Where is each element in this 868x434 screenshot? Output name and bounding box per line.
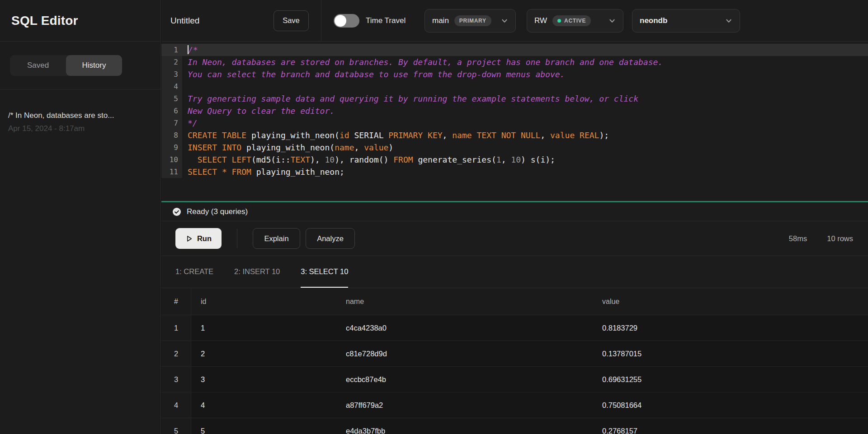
table-body: 11c4ca4238a00.818372922c81e728d9d0.13787…: [161, 315, 868, 434]
line-number: 5: [161, 93, 182, 105]
table-cell: c4ca4238a0: [336, 315, 593, 341]
line-number: 4: [161, 80, 182, 93]
table-cell: c81e728d9d: [336, 341, 593, 366]
sql-editor[interactable]: 1/*2In Neon, databases are stored on bra…: [161, 42, 868, 201]
query-name[interactable]: Untitled: [170, 16, 274, 26]
editor-line[interactable]: 11SELECT * FROM playing_with_neon;: [161, 166, 868, 178]
table-cell: eccbc87e4b: [336, 367, 593, 392]
branch-dropdown[interactable]: main PRIMARY: [425, 9, 516, 33]
time-travel-label: Time Travel: [366, 16, 425, 25]
line-number: 1: [161, 44, 182, 56]
explain-button[interactable]: Explain: [253, 228, 300, 249]
database-dropdown[interactable]: neondb: [632, 9, 740, 33]
main-panel: Untitled Save Time Travel main PRIMARY R…: [161, 0, 868, 434]
table-cell: 1: [191, 315, 336, 341]
table-cell: 0.75081664: [593, 392, 868, 418]
editor-line[interactable]: 8CREATE TABLE playing_with_neon(id SERIA…: [161, 129, 868, 141]
row-index-cell: 3: [161, 367, 191, 392]
editor-line[interactable]: 7*/: [161, 117, 868, 129]
table-header-row: #idnamevalue: [161, 288, 868, 315]
line-number: 7: [161, 117, 182, 129]
compute-name: RW: [534, 16, 547, 25]
code-line: SELECT * FROM playing_with_neon;: [182, 166, 868, 178]
table-cell: 0.8183729: [593, 315, 868, 341]
code-line: CREATE TABLE playing_with_neon(id SERIAL…: [182, 129, 868, 141]
table-row[interactable]: 44a87ff679a20.75081664: [161, 392, 868, 418]
table-cell: 2: [191, 341, 336, 366]
active-status-dot: [557, 19, 561, 23]
play-icon: [185, 235, 193, 243]
table-row[interactable]: 22c81e728d9d0.13787015: [161, 341, 868, 367]
editor-line[interactable]: 4: [161, 80, 868, 93]
time-travel-toggle[interactable]: [334, 14, 359, 28]
result-tab-3[interactable]: 3: SELECT 10: [301, 256, 348, 288]
table-row[interactable]: 55e4da3b7fbb0.2768157: [161, 418, 868, 434]
line-number: 6: [161, 105, 182, 117]
save-button[interactable]: Save: [274, 10, 309, 31]
table-cell: 0.69631255: [593, 367, 868, 392]
table-row[interactable]: 11c4ca4238a00.8183729: [161, 315, 868, 341]
row-index-cell: 1: [161, 315, 191, 341]
chevron-down-icon: [609, 17, 616, 24]
editor-line[interactable]: 6New Query to clear the editor.: [161, 105, 868, 117]
text-caret: [188, 45, 189, 54]
toggle-knob: [335, 15, 346, 27]
sidebar-tab-history[interactable]: History: [66, 55, 122, 76]
history-item[interactable]: /* In Neon, databases are sto... Apr 15,…: [8, 111, 152, 133]
row-index-cell: 4: [161, 392, 191, 418]
result-tab-1[interactable]: 1: CREATE: [175, 256, 213, 288]
editor-line[interactable]: 5Try generating sample data and querying…: [161, 93, 868, 105]
result-tabs: 1: CREATE2: INSERT 103: SELECT 10: [161, 256, 868, 288]
table-row[interactable]: 33eccbc87e4b0.69631255: [161, 367, 868, 392]
code-line: Try generating sample data and querying …: [182, 93, 868, 105]
query-row-count: 10 rows: [827, 234, 853, 243]
compute-active-label: ACTIVE: [564, 18, 586, 24]
table-cell: e4da3b7fbb: [336, 418, 593, 434]
run-button[interactable]: Run: [175, 228, 222, 249]
sidebar-tabs-section: SavedHistory: [0, 42, 160, 89]
editor-line[interactable]: 10 SELECT LEFT(md5(i::TEXT), 10), random…: [161, 154, 868, 166]
editor-line[interactable]: 2In Neon, databases are stored on branch…: [161, 56, 868, 68]
branch-name: main: [432, 16, 449, 25]
code-line: In Neon, databases are stored on branche…: [182, 56, 868, 68]
chevron-down-icon: [501, 17, 508, 24]
status-text: Ready (3 queries): [187, 207, 248, 216]
actions-divider: [237, 229, 237, 248]
line-number: 2: [161, 56, 182, 68]
sidebar-tab-saved[interactable]: Saved: [10, 55, 66, 76]
code-line: */: [182, 117, 868, 129]
editor-line[interactable]: 1/*: [161, 44, 868, 56]
status-bar: Ready (3 queries): [161, 202, 868, 221]
row-index-cell: 5: [161, 418, 191, 434]
sidebar: SQL Editor SavedHistory /* In Neon, data…: [0, 0, 161, 434]
history-item-title: /* In Neon, databases are sto...: [8, 111, 152, 120]
result-tab-2[interactable]: 2: INSERT 10: [234, 256, 280, 288]
compute-dropdown[interactable]: RW ACTIVE: [527, 9, 623, 33]
table-cell: 4: [191, 392, 336, 418]
line-number: 8: [161, 129, 182, 141]
code-line: You can select the branch and database t…: [182, 68, 868, 80]
table-cell: 0.13787015: [593, 341, 868, 366]
table-cell: 0.2768157: [593, 418, 868, 434]
editor-line[interactable]: 3You can select the branch and database …: [161, 68, 868, 80]
check-circle-icon: [172, 207, 181, 216]
analyze-button[interactable]: Analyze: [306, 228, 355, 249]
page-title: SQL Editor: [11, 14, 78, 28]
table-cell: a87ff679a2: [336, 392, 593, 418]
branch-primary-badge: PRIMARY: [454, 15, 491, 26]
code-line: [182, 80, 868, 93]
line-number: 3: [161, 68, 182, 80]
database-name: neondb: [640, 16, 667, 25]
query-meta: 58ms 10 rows: [789, 234, 868, 243]
results-table: #idnamevalue 11c4ca4238a00.818372922c81e…: [161, 288, 868, 434]
topbar: Untitled Save Time Travel main PRIMARY R…: [161, 0, 868, 42]
code-line: New Query to clear the editor.: [182, 105, 868, 117]
table-cell: 5: [191, 418, 336, 434]
editor-line[interactable]: 9INSERT INTO playing_with_neon(name, val…: [161, 141, 868, 154]
editor-lines: 1/*2In Neon, databases are stored on bra…: [161, 44, 868, 178]
column-header: value: [593, 288, 868, 315]
query-duration: 58ms: [789, 234, 807, 243]
topbar-divider: [321, 0, 321, 42]
code-line: SELECT LEFT(md5(i::TEXT), 10), random() …: [182, 154, 868, 166]
code-line: INSERT INTO playing_with_neon(name, valu…: [182, 141, 868, 154]
